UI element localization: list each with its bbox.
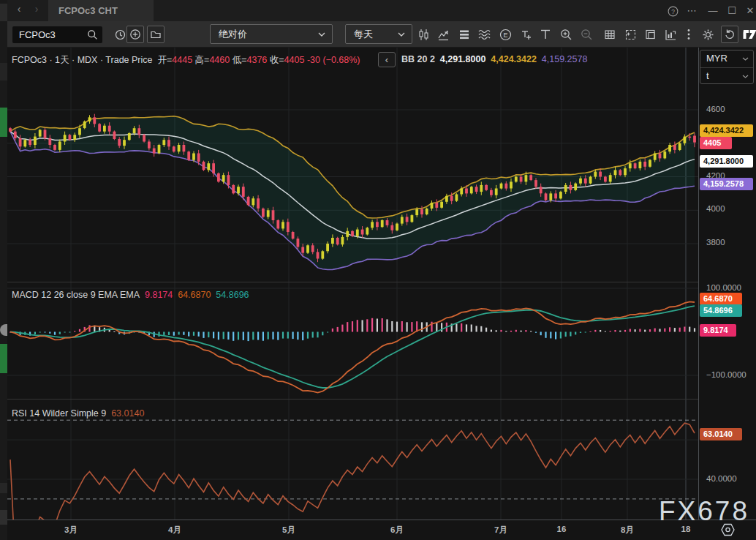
change-value: -30 (−0.68%) [307,55,360,65]
plus-circle-icon[interactable] [126,26,144,43]
unit-selector[interactable]: t [700,68,753,85]
panel-divider[interactable] [7,399,756,400]
collapse-legend-button[interactable]: ‹ [378,52,396,67]
indicators-icon[interactable] [456,26,473,43]
tab-title: FCPOc3 CHT [58,5,118,16]
signal-badge: 54.8696 [700,304,742,317]
screenshot-icon[interactable] [621,26,639,43]
low-value: 4376 [247,55,268,65]
maximize-button[interactable]: ☐ [723,0,741,21]
text-tool-icon[interactable] [537,26,554,43]
currency-selector[interactable]: MYR [700,50,753,67]
settings-icon[interactable] [699,26,717,43]
last-price-badge: 4405 [700,137,732,149]
app-window: { "window": { "title": "FCPOc3 CHT", "ba… [0,0,756,540]
bb-upper-badge: 4,424.3422 [700,124,753,137]
time-tick-label: 6月 [390,525,404,536]
rsi-badge: 63.0140 [700,428,742,440]
chart-panel-icon[interactable] [662,26,679,43]
interval-dropdown[interactable]: 每天 [345,24,412,44]
events-icon[interactable]: E [496,26,514,43]
open-value: 4445 [172,55,192,65]
svg-text:E: E [503,31,507,39]
macd-badge: 64.6870 [700,293,742,305]
toolbar-more-icon[interactable] [680,26,698,43]
legend-separator: · [72,55,75,65]
bb-title[interactable]: BB 20 2 [401,54,435,64]
legend-interval[interactable]: 1天 [55,55,69,65]
close-label: 收= [270,55,284,65]
axis-tick-label: 4600 [706,105,725,113]
bb-upper-value: 4,424.3422 [491,54,537,64]
main-legend[interactable]: FCPOc3 · 1天 · MDX · Trade Price 开=4445 高… [12,54,360,67]
macd-legend[interactable]: MACD 12 26 close 9 EMA EMA 9.8174 64.687… [12,290,249,300]
close-button[interactable]: ✕ [741,0,756,21]
symbol-search-input[interactable]: FCPOc3 [12,26,102,43]
layout-icon[interactable] [642,26,659,43]
low-label: 低= [233,55,247,65]
time-tick-label: 5月 [282,525,295,536]
open-label: 开= [157,55,172,65]
legend-symbol[interactable]: FCPOc3 [12,55,47,65]
sliver-cell [0,483,7,493]
titlebar: ‹ › FCPOc3 CHT ? ⋯ — ☐ ✕ [7,0,756,21]
fx678-watermark: FX678 [659,496,749,527]
zoom-in-icon[interactable] [557,26,575,43]
currency-value: MYR [706,53,727,64]
help-icon[interactable]: ? [664,0,681,21]
chevron-down-icon [318,32,325,37]
price-mode-value: 绝对价 [219,29,247,40]
folder-icon[interactable] [147,26,165,43]
bb-basis-value: 4,291.8000 [440,54,486,64]
time-tick-label: 3月 [64,525,78,536]
search-icon [87,29,98,40]
macd-signal-value: 54.8696 [216,290,249,300]
rsi-legend[interactable]: RSI 14 Wilder Simple 9 63.0140 [12,408,144,419]
candlestick-style-icon[interactable] [415,26,432,43]
undo-icon[interactable] [721,26,738,43]
tv-logo[interactable] [741,26,756,43]
price-axis[interactable]: 4600420040003800100.0000−100.000040.0000… [699,48,756,520]
minimize-button[interactable]: — [704,0,722,21]
macd-line-value: 64.6870 [178,290,211,300]
compare-icon[interactable] [435,26,453,43]
chevron-down-icon [742,75,749,78]
high-value: 4460 [209,55,230,65]
nav-forward-icon[interactable]: › [29,3,44,15]
time-tick-label: 16 [557,525,567,533]
interval-value: 每天 [354,29,373,40]
alert-icon[interactable] [517,26,534,43]
patterns-icon[interactable] [476,26,494,43]
sliver-green-cell [0,108,7,137]
rsi-value: 63.0140 [111,408,144,419]
axis-tick-label: 100.0000 [706,283,741,292]
price-mode-dropdown[interactable]: 绝对价 [210,24,333,44]
macd-title[interactable]: MACD 12 26 close 9 EMA EMA [12,290,140,300]
zoom-out-icon [578,26,595,43]
sliver-green-cell [0,344,7,373]
macd-hist-value: 9.8174 [145,290,173,300]
rsi-title[interactable]: RSI 14 Wilder Simple 9 [12,408,106,419]
main-chart-panel[interactable] [7,48,698,282]
time-tick-label: 7月 [494,525,507,536]
panel-divider[interactable] [7,282,756,282]
axis-tick-label: 3800 [706,238,725,247]
axis-tick-label: 4000 [706,204,725,213]
bb-basis-badge: 4,291.8000 [700,155,753,168]
document-tab[interactable]: FCPOc3 CHT [48,0,154,21]
time-tick-label: 8月 [621,525,634,536]
legend-separator: · [49,55,52,65]
sliver-cell [0,63,7,80]
time-tick-label: 4月 [168,525,181,536]
titlebar-more-icon[interactable]: ⋯ [683,0,700,21]
chevron-down-icon [742,57,749,61]
currency-unit-box[interactable]: MYR t [700,50,754,84]
grid-icon[interactable] [601,26,619,43]
legend-separator: · [100,55,103,65]
nav-back-icon[interactable]: ‹ [12,3,26,15]
close-value: 4405 [284,55,305,65]
time-axis[interactable]: 3月4月5月6月7月168月18 [7,520,756,540]
bb-lower-badge: 4,159.2578 [700,178,753,190]
bb-legend[interactable]: BB 20 2 4,291.8000 4,424.3422 4,159.2578 [401,54,587,64]
chevron-down-icon [398,32,405,37]
